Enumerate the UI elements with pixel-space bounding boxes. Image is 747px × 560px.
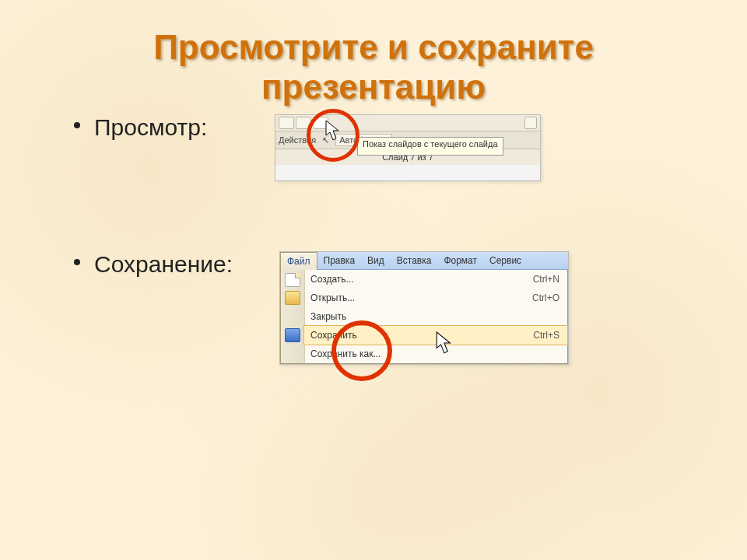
menu-item-label: Сохранить xyxy=(304,330,533,341)
actions-menu[interactable]: Действия xyxy=(279,135,316,145)
menu-service[interactable]: Сервис xyxy=(483,252,528,269)
menu-item-open[interactable]: Открыть... Ctrl+O xyxy=(304,289,567,307)
menu-icon-column xyxy=(281,270,305,363)
spacer-icon xyxy=(286,309,300,321)
bullet-dot-icon xyxy=(74,122,80,128)
menu-item-close[interactable]: Закрыть xyxy=(304,307,567,326)
menu-file[interactable]: Файл xyxy=(280,252,317,270)
menu-item-shortcut: Ctrl+S xyxy=(533,330,567,341)
menu-item-label: Создать... xyxy=(304,274,533,285)
title-line-2: презентацию xyxy=(261,68,486,106)
bullet-label-save: Сохранение: xyxy=(94,251,265,278)
slide-title: Просмотрите и сохраните презентацию xyxy=(0,0,747,107)
screenshot-clip-view: Действия ↖ Автофигуры Показ слайдов с те… xyxy=(275,114,541,181)
menu-item-label: Сохранить как... xyxy=(304,348,559,359)
view-mode-button[interactable] xyxy=(279,117,294,129)
bullet-row-view: Просмотр: Действия ↖ Автофигуры Показ сл… xyxy=(74,114,700,181)
menu-item-shortcut: Ctrl+O xyxy=(532,292,567,303)
menu-view[interactable]: Вид xyxy=(361,252,391,269)
menubar: Файл Правка Вид Вставка Формат Сервис xyxy=(280,252,568,270)
bullet-dot-icon xyxy=(74,259,80,265)
scroll-button[interactable] xyxy=(524,117,537,129)
bullet-list: Просмотр: Действия ↖ Автофигуры Показ сл… xyxy=(0,107,747,365)
cursor-icon xyxy=(325,120,342,142)
tooltip-slideshow: Показ слайдов с текущего слайда xyxy=(357,137,503,156)
menu-edit[interactable]: Правка xyxy=(317,252,362,269)
bullet-row-save: Сохранение: Файл Правка Вид Вставка Форм… xyxy=(74,251,700,365)
new-file-icon xyxy=(285,273,300,287)
menu-insert[interactable]: Вставка xyxy=(391,252,438,269)
menu-format[interactable]: Формат xyxy=(437,252,483,269)
spacer-icon xyxy=(286,346,300,359)
view-mode-button[interactable] xyxy=(296,117,311,129)
bullet-label-view: Просмотр: xyxy=(94,114,265,141)
menu-item-new[interactable]: Создать... Ctrl+N xyxy=(304,270,567,289)
save-file-icon xyxy=(285,328,300,342)
clip1-toolbar xyxy=(275,115,540,131)
screenshot-clip-save: Файл Правка Вид Вставка Формат Сервис xyxy=(279,251,569,365)
menu-item-shortcut: Ctrl+N xyxy=(533,274,567,285)
open-file-icon xyxy=(285,291,300,305)
clip2-wrapper: Файл Правка Вид Вставка Формат Сервис xyxy=(265,251,569,365)
title-line-1: Просмотрите и сохраните xyxy=(153,28,594,66)
slide: Просмотрите и сохраните презентацию Прос… xyxy=(0,0,747,560)
menu-item-label: Закрыть xyxy=(304,311,559,322)
cursor-icon xyxy=(436,331,454,355)
file-menu-dropdown: Создать... Ctrl+N Открыть... Ctrl+O Закр… xyxy=(280,270,568,364)
menu-item-label: Открыть... xyxy=(304,292,532,303)
